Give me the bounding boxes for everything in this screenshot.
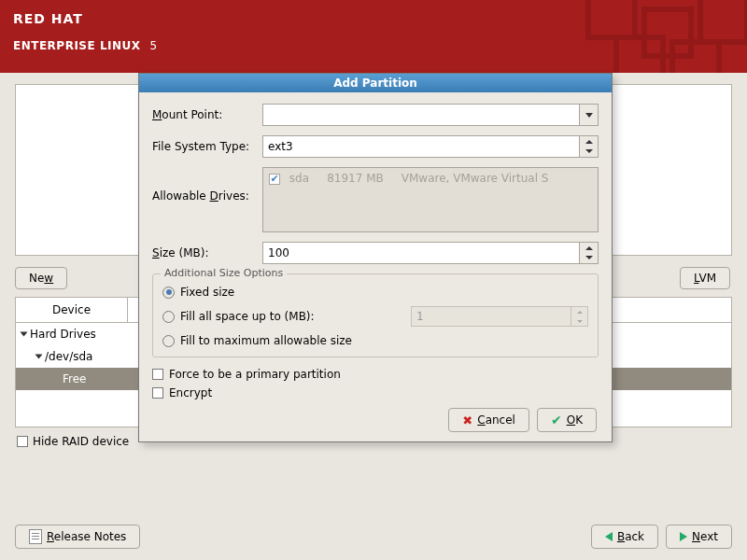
- opt-fill-up-row[interactable]: Fill all space up to (MB):: [162, 302, 588, 330]
- svg-rect-1: [644, 9, 691, 56]
- drive-size: 81917 MB: [327, 172, 384, 185]
- next-label: Next: [692, 530, 718, 543]
- mount-point-combo[interactable]: [262, 104, 599, 126]
- release-notes-label: Release Notes: [47, 530, 126, 543]
- new-label: New: [29, 272, 53, 285]
- force-primary-row[interactable]: Force to be a primary partition: [152, 365, 599, 384]
- dialog-title: Add Partition: [139, 74, 612, 92]
- ok-label: OK: [567, 413, 583, 427]
- dropdown-arrow-icon[interactable]: [580, 104, 599, 126]
- allowable-drives-label: Allowable Drives:: [152, 167, 262, 203]
- fs-type-input[interactable]: [262, 135, 580, 158]
- add-partition-dialog: Add Partition Mount Point: File System T…: [138, 73, 613, 442]
- header-version: 5: [149, 39, 157, 52]
- mount-point-input[interactable]: [262, 104, 580, 126]
- next-arrow-icon: [680, 532, 687, 541]
- cancel-icon: ✖: [462, 413, 472, 427]
- force-primary-label: Force to be a primary partition: [169, 368, 341, 381]
- opt-fill-up-radio[interactable]: [162, 311, 175, 323]
- opt-fixed-radio[interactable]: [162, 287, 175, 299]
- allowable-drives-list[interactable]: ✔ sda 81917 MB VMware, VMware Virtual S: [262, 167, 599, 232]
- allowable-drives-row: Allowable Drives: ✔ sda 81917 MB VMware,…: [152, 167, 599, 232]
- release-notes-button[interactable]: Release Notes: [15, 525, 140, 549]
- fs-type-row: File System Type:: [152, 135, 599, 158]
- fs-type-label: File System Type:: [152, 140, 262, 153]
- fs-type-spin[interactable]: [580, 135, 599, 158]
- lvm-button[interactable]: LVM: [680, 267, 730, 289]
- additional-legend: Additional Size Options: [161, 267, 287, 279]
- back-label: Back: [617, 530, 644, 543]
- disclosure-triangle-icon[interactable]: [35, 355, 43, 359]
- free-label: Free: [63, 372, 86, 385]
- hard-drives-label: Hard Drives: [30, 328, 96, 341]
- ok-button[interactable]: ✔ OK: [537, 408, 597, 432]
- force-primary-checkbox[interactable]: [152, 369, 163, 380]
- svg-rect-0: [588, 0, 635, 37]
- size-spin[interactable]: [580, 242, 599, 264]
- next-button[interactable]: Next: [666, 525, 732, 549]
- device-col-header[interactable]: Device: [16, 298, 128, 322]
- hide-raid-checkbox[interactable]: [17, 436, 28, 447]
- drive-model: VMware, VMware Virtual S: [402, 172, 549, 185]
- disclosure-triangle-icon[interactable]: [21, 332, 28, 337]
- back-arrow-icon: [605, 532, 613, 541]
- size-label: Size (MB):: [152, 246, 262, 259]
- svg-rect-2: [700, 0, 747, 42]
- size-row: Size (MB):: [152, 242, 599, 264]
- opt-fill-max-label: Fill to maximum allowable size: [180, 334, 352, 347]
- encrypt-label: Encrypt: [169, 386, 212, 399]
- opt-fixed-label: Fixed size: [180, 286, 234, 299]
- footer: Release Notes Back Next: [15, 525, 732, 549]
- size-spinner[interactable]: [262, 242, 599, 264]
- header: RED HAT ENTERPRISE LINUX 5: [0, 0, 747, 73]
- new-button[interactable]: New: [15, 267, 67, 289]
- fill-up-spinner: [411, 306, 588, 327]
- fs-type-select[interactable]: [262, 135, 599, 158]
- opt-fixed-row[interactable]: Fixed size: [162, 282, 588, 302]
- fill-up-input: [411, 306, 571, 327]
- additional-size-fieldset: Additional Size Options Fixed size Fill …: [152, 273, 599, 357]
- drive-name: sda: [289, 172, 309, 185]
- mount-point-row: Mount Point:: [152, 104, 599, 126]
- document-icon: [29, 529, 42, 544]
- mount-point-label: Mount Point:: [152, 108, 262, 121]
- opt-fill-max-radio[interactable]: [162, 335, 175, 347]
- encrypt-checkbox[interactable]: [152, 387, 163, 399]
- size-input[interactable]: [262, 242, 580, 264]
- back-button[interactable]: Back: [591, 525, 658, 549]
- dialog-buttons: ✖ Cancel ✔ OK: [152, 402, 599, 432]
- drive-checkbox[interactable]: ✔: [269, 174, 280, 185]
- ok-icon: ✔: [551, 413, 562, 427]
- cancel-label: Cancel: [477, 413, 515, 427]
- encrypt-row[interactable]: Encrypt: [152, 384, 599, 402]
- lvm-label: LVM: [694, 272, 716, 285]
- header-pattern: [579, 0, 747, 73]
- opt-fill-up-label: Fill all space up to (MB):: [180, 310, 315, 323]
- opt-fill-max-row[interactable]: Fill to maximum allowable size: [162, 330, 588, 351]
- cancel-button[interactable]: ✖ Cancel: [448, 408, 529, 432]
- header-product: ENTERPRISE LINUX: [13, 39, 141, 52]
- hide-raid-label: Hide RAID device: [33, 435, 129, 448]
- dev-sda-label: /dev/sda: [45, 350, 92, 363]
